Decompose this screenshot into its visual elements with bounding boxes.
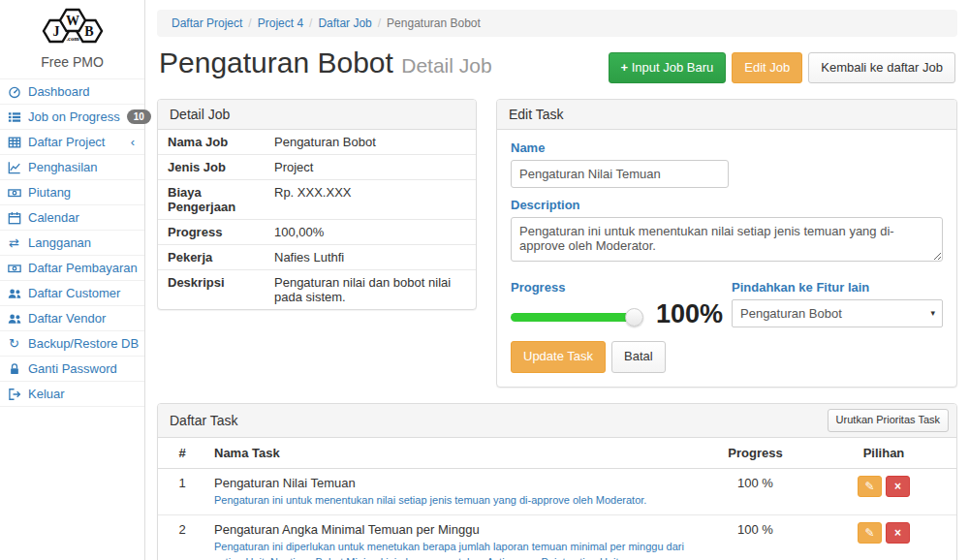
name-label: Name (511, 140, 943, 155)
sidebar-item-label: Ganti Password (28, 361, 117, 376)
update-task-button[interactable]: Update Task (511, 341, 606, 372)
detail-label: Deskripsi (158, 270, 272, 309)
sidebar-item-label: Piutang (28, 185, 71, 200)
task-name: Pengaturan Angka Minimal Temuan per Ming… (214, 522, 692, 537)
task-col-header-nama-task: Nama Task (206, 438, 700, 469)
sidebar-item-label: Keluar (28, 387, 65, 401)
refresh-icon: ↻ (7, 337, 21, 350)
delete-task-icon-button[interactable]: × (886, 522, 910, 544)
progress-group: Progress 100% (511, 280, 723, 329)
sidebar-item-keluar[interactable]: Keluar (0, 381, 144, 407)
task-num: 1 (158, 468, 206, 515)
task-name: Pengaturan Nilai Temuan (214, 476, 692, 490)
daftar-task-panel: Daftar Task Urutkan Prioritas Task #Nama… (157, 403, 957, 560)
edit-task-panel-title: Edit Task (497, 100, 956, 130)
sidebar-item-calendar[interactable]: Calendar (0, 204, 144, 230)
task-row-2: 2Pengaturan Angka Minimal Temuan per Min… (158, 515, 956, 560)
kembali-button[interactable]: Kembali ke daftar Job (808, 52, 955, 83)
sidebar-item-ganti-password[interactable]: Ganti Password (0, 356, 144, 381)
breadcrumb-item-project-4[interactable]: Project 4 (258, 16, 303, 30)
task-name-input[interactable] (511, 160, 729, 188)
sidebar-item-job-on-progress[interactable]: Job on Progress10 (0, 104, 144, 129)
breadcrumb-item-daftar-project[interactable]: Daftar Project (172, 16, 242, 30)
detail-row-jenis-job: Jenis JobProject (158, 154, 476, 179)
edit-task-icon-button[interactable]: ✎ (858, 522, 882, 544)
edit-job-button[interactable]: Edit Job (732, 52, 802, 83)
urutkan-prioritas-button-top[interactable]: Urutkan Prioritas Task (828, 409, 949, 432)
header-actions: + Input Job Baru Edit Job Kembali ke daf… (609, 52, 956, 83)
list-icon (7, 110, 21, 124)
detail-label: Progress (158, 220, 272, 244)
sidebar-item-dashboard[interactable]: Dashboard (0, 78, 144, 104)
slider-handle-icon[interactable] (625, 308, 643, 327)
task-col-header-: # (158, 438, 206, 469)
breadcrumb-item-daftar-job[interactable]: Daftar Job (318, 16, 371, 30)
breadcrumb-separator: / (248, 16, 251, 30)
users-icon (7, 312, 21, 326)
form-actions: Update Task Batal (511, 341, 943, 372)
sidebar-item-langganan[interactable]: ⇄Langganan (0, 230, 144, 255)
page-header: Pengaturan Bobot Detail Job + Input Job … (159, 47, 955, 83)
sidebar-item-daftar-vendor[interactable]: Daftar Vendor (0, 305, 144, 330)
detail-label: Jenis Job (158, 155, 272, 179)
table-icon (7, 136, 21, 149)
move-feature-selected-value: Pengaturan Bobot (740, 306, 842, 321)
sidebar-item-label: Daftar Vendor (28, 311, 106, 326)
brand-name: Free PMO (0, 51, 144, 78)
sidebar: J W B .com Free PMO DashboardJob on Prog… (0, 0, 145, 560)
logo-letter-w: W (66, 14, 79, 28)
task-col-header-progress: Progress (700, 438, 811, 469)
dashboard-icon (7, 85, 21, 99)
page-title: Pengaturan Bobot Detail Job (159, 47, 492, 79)
retweet-icon: ⇄ (7, 236, 21, 249)
progress-row: Progress 100% Pindahkan ke Fitur lain (511, 280, 943, 329)
edit-task-icon-button[interactable]: ✎ (858, 476, 882, 497)
sidebar-item-daftar-customer[interactable]: Daftar Customer (0, 280, 144, 305)
delete-task-icon-button[interactable]: × (886, 476, 910, 497)
move-feature-select[interactable]: Pengaturan Bobot ▾ (732, 299, 943, 327)
sidebar-item-label: Backup/Restore DB (28, 336, 139, 351)
task-description: Pengaturan ini diperlukan untuk menetuka… (214, 540, 692, 560)
daftar-task-panel-title: Daftar Task (170, 413, 238, 428)
task-progress: 100 % (700, 515, 811, 560)
task-progress: 100 % (700, 468, 811, 515)
edit-task-panel: Edit Task Name Description Pengaturan in… (496, 99, 957, 387)
sidebar-item-piutang[interactable]: Piutang (0, 179, 144, 204)
task-table: #Nama TaskProgressPilihan 1Pengaturan Ni… (158, 438, 956, 560)
breadcrumb-separator: / (309, 16, 312, 30)
detail-row-nama-job: Nama JobPengaturan Bobot (158, 130, 476, 154)
input-job-baru-button[interactable]: + Input Job Baru (609, 52, 727, 83)
detail-row-biaya-pengerjaan: Biaya PengerjaanRp. XXX.XXX (158, 179, 476, 219)
progress-slider[interactable] (511, 313, 635, 322)
progress-percent: 100% (656, 299, 723, 329)
batal-button[interactable]: Batal (611, 341, 666, 372)
task-description-input[interactable]: Pengaturan ini untuk menentukan nilai se… (511, 217, 943, 262)
signout-icon (7, 388, 21, 401)
task-row-1: 1Pengaturan Nilai TemuanPengaturan ini u… (158, 468, 956, 515)
plus-icon: + (621, 60, 629, 75)
sidebar-item-label: Penghasilan (28, 160, 98, 174)
task-actions: ✎× (819, 522, 949, 544)
move-feature-group: Pindahkan ke Fitur lain Pengaturan Bobot… (732, 280, 943, 329)
chart-icon (7, 161, 21, 174)
sidebar-item-penghasilan[interactable]: Penghasilan (0, 154, 144, 179)
dropdown-arrow-icon: ▾ (930, 308, 935, 318)
breadcrumb-separator: / (378, 16, 381, 30)
sidebar-item-backup-restore-db[interactable]: ↻Backup/Restore DB (0, 330, 144, 356)
page-subtitle: Detail Job (401, 54, 491, 77)
detail-label: Pekerja (158, 245, 272, 269)
main-content: Daftar Project/Project 4/Daftar Job/Peng… (145, 0, 969, 560)
task-description: Pengaturan ini untuk menentukan nilai se… (214, 493, 692, 509)
logo-letter-j: J (52, 24, 59, 39)
detail-row-progress: Progress100,00% (158, 219, 476, 244)
sidebar-item-label: Daftar Customer (28, 286, 120, 300)
sidebar-item-label: Daftar Project (28, 135, 105, 149)
jwb-logo-icon: J W B .com (29, 6, 116, 48)
sidebar-item-daftar-project[interactable]: Daftar Project‹ (0, 129, 144, 154)
detail-value: Project (272, 155, 317, 179)
edit-task-form: Name Description Pengaturan ini untuk me… (497, 130, 956, 386)
detail-value: Pengaturan Bobot (272, 130, 380, 154)
sidebar-item-daftar-pembayaran[interactable]: Daftar Pembayaran (0, 255, 144, 280)
sidebar-item-label: Daftar Pembayaran (28, 261, 138, 275)
detail-row-deskripsi: DeskripsiPengaturan nilai dan bobot nila… (158, 269, 476, 309)
